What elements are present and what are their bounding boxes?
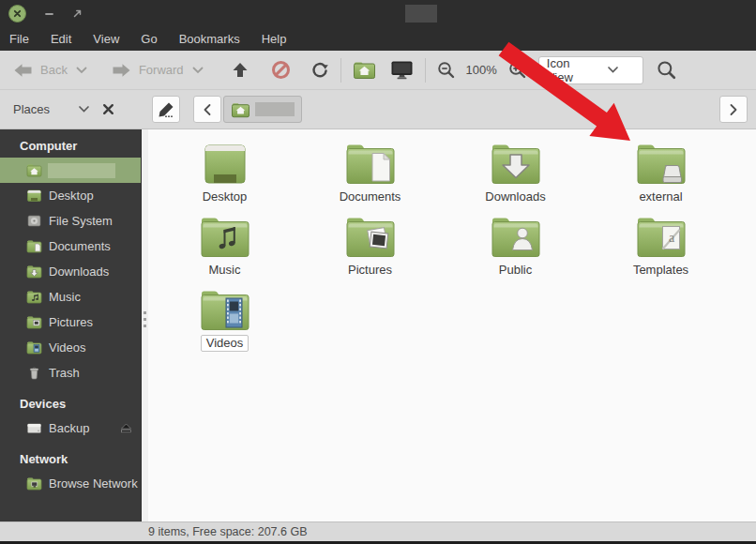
big-videos-icon — [198, 285, 252, 334]
big-pictures-icon — [343, 212, 398, 261]
sb-drive-icon — [26, 421, 42, 435]
zoom-out-button[interactable] — [437, 61, 455, 79]
stop-button[interactable] — [271, 60, 291, 80]
breadcrumb-home[interactable] — [223, 96, 302, 123]
sb-home-icon — [26, 163, 42, 177]
sidebar-item-label: Pictures — [49, 315, 93, 329]
big-music-icon — [198, 212, 252, 261]
big-templates-icon: a — [634, 212, 688, 261]
chevron-left-icon — [202, 103, 213, 116]
back-history-chevron-icon[interactable] — [76, 67, 87, 74]
menu-help[interactable]: Help — [254, 32, 295, 46]
sidebar-item-pictures[interactable]: Pictures — [0, 310, 141, 335]
sidebar-item-desktop[interactable]: Desktop — [0, 183, 141, 208]
forward-button[interactable]: Forward — [112, 63, 204, 78]
sidebar-item-home[interactable] — [0, 158, 141, 183]
back-button[interactable]: Back — [13, 63, 87, 78]
menu-file[interactable]: File — [2, 32, 37, 46]
search-button[interactable] — [657, 60, 676, 80]
file-item-label: Videos — [201, 335, 249, 352]
sidebar-item-browse-network[interactable]: Browse Network — [0, 471, 141, 496]
pencil-icon — [158, 100, 175, 118]
sidebar-item-documents[interactable]: Documents — [0, 234, 141, 259]
sidebar-item-label: File System — [49, 214, 113, 228]
file-item-pictures[interactable]: Pictures — [297, 210, 443, 283]
pathbar: Places — [0, 90, 756, 129]
big-documents-icon — [343, 139, 398, 188]
statusbar: 9 items, Free space: 207.6 GB — [0, 521, 756, 541]
restore-icon — [72, 8, 83, 19]
places-label: Places — [13, 102, 50, 116]
edit-location-button[interactable] — [152, 96, 180, 123]
menu-bookmarks[interactable]: Bookmarks — [172, 32, 248, 46]
menu-view[interactable]: View — [85, 32, 127, 46]
view-mode-select[interactable]: Icon View — [538, 56, 643, 84]
path-right-button[interactable] — [719, 96, 748, 123]
file-item-external[interactable]: external — [588, 137, 733, 210]
file-item-desktop[interactable]: Desktop — [152, 137, 297, 210]
sidebar-item-videos[interactable]: Videos — [0, 335, 141, 360]
minimize-window-button[interactable] — [44, 8, 54, 19]
sidebar-item-label: Documents — [49, 239, 111, 253]
file-item-templates[interactable]: aTemplates — [588, 210, 733, 283]
chevron-down-icon[interactable] — [78, 105, 90, 113]
pane-resize-handle[interactable] — [141, 129, 148, 521]
sidebar-item-label: Music — [49, 290, 81, 304]
svg-text:a: a — [668, 231, 674, 245]
sidebar-item-label: Desktop — [49, 189, 94, 203]
sidebar-section-devices: Devices — [0, 391, 141, 416]
file-item-label: external — [633, 189, 688, 205]
forward-history-chevron-icon[interactable] — [192, 67, 204, 74]
sb-downloads-icon — [26, 264, 42, 279]
file-item-label: Public — [493, 262, 537, 279]
minimize-icon — [44, 8, 54, 19]
path-left-button[interactable] — [193, 96, 221, 123]
sidebar: ComputerDesktopFile SystemDocumentsDownl… — [0, 129, 141, 521]
chevron-down-icon — [591, 66, 635, 74]
sb-filesystem-icon — [26, 214, 42, 228]
toolbar: Back Forward 100% Icon View — [0, 51, 756, 90]
menu-edit[interactable]: Edit — [43, 32, 79, 46]
close-sidebar-icon[interactable] — [102, 103, 114, 115]
file-item-public[interactable]: Public — [443, 210, 588, 283]
menu-go[interactable]: Go — [133, 32, 164, 46]
home-button[interactable] — [353, 60, 376, 80]
sidebar-section-network: Network — [0, 446, 141, 471]
file-manager-window: FileEditViewGoBookmarksHelp Back Forward… — [0, 0, 756, 544]
eject-icon[interactable] — [120, 423, 132, 433]
file-item-music[interactable]: Music — [152, 210, 297, 283]
sb-pictures-icon — [26, 315, 42, 329]
file-item-downloads[interactable]: Downloads — [443, 137, 588, 210]
file-item-documents[interactable]: Documents — [297, 137, 443, 210]
computer-button[interactable] — [390, 60, 414, 80]
sidebar-item-label: Browse Network — [49, 476, 138, 491]
refresh-button[interactable] — [310, 61, 329, 79]
sidebar-pane-selector[interactable]: Places — [0, 102, 141, 116]
sb-videos-icon — [26, 340, 42, 355]
sidebar-item-music[interactable]: Music — [0, 284, 141, 310]
file-item-label: Templates — [627, 262, 694, 279]
sidebar-item-downloads[interactable]: Downloads — [0, 259, 141, 284]
breadcrumb-redacted-username — [255, 102, 295, 116]
grip-dots-icon — [144, 311, 146, 327]
file-item-videos[interactable]: Videos — [152, 283, 297, 356]
zoom-in-button[interactable] — [508, 61, 526, 79]
close-window-button[interactable] — [8, 5, 26, 23]
forward-label: Forward — [139, 63, 184, 77]
sidebar-item-trash[interactable]: Trash — [0, 360, 141, 385]
window-title-redacted — [405, 5, 437, 23]
file-grid: DesktopDocumentsDownloadsexternalMusicPi… — [148, 129, 756, 356]
up-button[interactable] — [232, 62, 249, 78]
maximize-window-button[interactable] — [72, 8, 83, 19]
file-item-label: Documents — [334, 189, 407, 205]
sb-documents-icon — [26, 239, 42, 253]
back-label: Back — [40, 63, 68, 77]
chevron-right-icon — [728, 103, 739, 116]
view-mode-value: Icon View — [547, 56, 591, 84]
zoom-level: 100% — [466, 63, 497, 77]
sb-trash-icon — [26, 366, 42, 380]
sb-network-icon — [26, 476, 42, 491]
big-external-icon — [634, 139, 688, 188]
sidebar-item-backup[interactable]: Backup — [0, 416, 141, 441]
sidebar-item-file-system[interactable]: File System — [0, 208, 141, 234]
